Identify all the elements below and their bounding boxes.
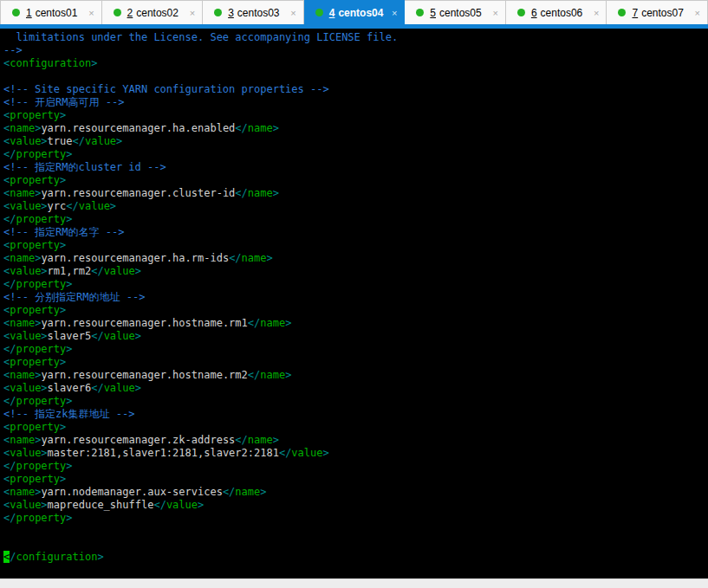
syntax-segment: </ [248, 317, 260, 329]
syntax-segment: > [60, 473, 66, 485]
syntax-segment: </ [279, 447, 291, 459]
syntax-segment: property [16, 213, 66, 225]
syntax-segment: name [248, 187, 273, 199]
horizontal-scrollbar[interactable] [0, 578, 708, 588]
tab-centos07[interactable]: 7centos07× [607, 0, 708, 24]
syntax-segment: <!-- 分别指定RM的地址 --> [3, 291, 145, 303]
tab-number: 6 [531, 7, 537, 19]
syntax-segment: <!-- Site specific YARN configuration pr… [3, 83, 329, 95]
terminal-line: <!-- 指定RM的名字 --> [3, 226, 708, 239]
syntax-segment: name [10, 369, 35, 381]
syntax-segment: property [16, 343, 66, 355]
terminal-line: <configuration> [3, 57, 708, 70]
syntax-segment: yrc [48, 200, 67, 212]
syntax-segment: yarn.resourcemanager.zk-address [41, 434, 235, 446]
syntax-segment: </ [229, 252, 241, 264]
syntax-segment: > [60, 174, 66, 186]
session-tab-bar: 1centos01×2centos02×3centos03×4centos04×… [0, 0, 708, 24]
session-connected-icon [618, 9, 626, 16]
tab-close-icon[interactable]: × [290, 8, 296, 18]
tab-close-icon[interactable]: × [695, 8, 700, 18]
syntax-segment: </ [153, 499, 166, 511]
syntax-segment: yarn.nodemanager.aux-services [41, 486, 223, 498]
syntax-segment: value [10, 265, 41, 277]
tab-centos04[interactable]: 4centos04× [304, 0, 406, 24]
terminal-screen[interactable]: limitations under the License. See accom… [0, 29, 708, 578]
syntax-segment: </ [235, 122, 247, 134]
syntax-segment: value [85, 135, 116, 147]
syntax-segment: property [10, 239, 60, 251]
terminal-line: <!-- Site specific YARN configuration pr… [3, 83, 708, 96]
terminal-line: <name>yarn.resourcemanager.cluster-id</n… [3, 187, 708, 200]
syntax-segment: yarn.resourcemanager.hostname.rm1 [41, 317, 247, 329]
syntax-segment: > [66, 512, 72, 524]
tab-number: 2 [127, 7, 133, 19]
terminal-line [3, 538, 708, 551]
tab-centos01[interactable]: 1centos01× [0, 0, 102, 24]
tab-centos02[interactable]: 2centos02× [102, 0, 204, 24]
terminal-line: </property> [3, 460, 708, 473]
terminal-line: <property> [3, 304, 708, 317]
tab-close-icon[interactable]: × [492, 8, 497, 18]
syntax-segment: > [285, 369, 291, 381]
syntax-segment: > [97, 551, 103, 563]
terminal-line: <name>yarn.resourcemanager.hostname.rm1<… [3, 317, 708, 330]
syntax-segment: value [10, 382, 41, 394]
syntax-segment: > [110, 200, 116, 212]
syntax-segment: property [16, 460, 66, 472]
terminal-window: 1centos01×2centos02×3centos03×4centos04×… [0, 0, 708, 588]
syntax-segment: </ [3, 460, 16, 472]
tab-close-icon[interactable]: × [392, 8, 397, 18]
terminal-line: <property> [3, 239, 708, 252]
terminal-line: <value>true</value> [3, 135, 708, 148]
syntax-segment: name [248, 122, 273, 134]
syntax-segment: > [135, 265, 141, 277]
syntax-segment: name [10, 187, 35, 199]
syntax-segment: slaver6 [48, 382, 92, 394]
terminal-line: <name>yarn.resourcemanager.ha.enabled</n… [3, 122, 708, 135]
syntax-segment: > [198, 499, 204, 511]
syntax-segment: property [16, 395, 66, 407]
syntax-segment: property [16, 148, 66, 160]
tab-close-icon[interactable]: × [594, 8, 599, 18]
syntax-segment: value [291, 447, 322, 459]
syntax-segment: </ [73, 135, 85, 147]
syntax-segment: name [248, 434, 273, 446]
syntax-segment: property [16, 278, 66, 290]
terminal-line: <value>rm1,rm2</value> [3, 265, 708, 278]
tab-close-icon[interactable]: × [88, 8, 94, 18]
terminal-line: </property> [3, 213, 708, 226]
terminal-line: </property> [3, 278, 708, 291]
tab-number: 1 [26, 7, 32, 19]
syntax-segment: value [10, 330, 41, 342]
tab-label: centos06 [541, 7, 583, 19]
syntax-segment: <!-- 指定RM的cluster id --> [3, 161, 166, 173]
terminal-line [3, 525, 708, 538]
tab-number: 4 [329, 7, 335, 19]
syntax-segment: > [135, 382, 141, 394]
syntax-segment: > [60, 356, 66, 368]
syntax-segment: > [273, 434, 279, 446]
terminal-line: <value>slaver6</value> [3, 382, 708, 395]
syntax-segment: > [66, 213, 72, 225]
syntax-segment: > [66, 148, 72, 160]
syntax-segment: value [104, 382, 135, 394]
terminal-line: <!-- 开启RM高可用 --> [3, 96, 708, 109]
syntax-segment: > [66, 460, 72, 472]
tab-close-icon[interactable]: × [190, 8, 195, 18]
syntax-segment: property [10, 304, 60, 316]
tab-centos03[interactable]: 3centos03× [203, 0, 304, 24]
syntax-segment: name [10, 317, 35, 329]
session-connected-icon [517, 9, 525, 16]
syntax-segment: </ [248, 369, 260, 381]
syntax-segment: --> [3, 44, 23, 56]
syntax-segment: property [10, 421, 60, 433]
tab-centos05[interactable]: 5centos05× [405, 0, 506, 24]
tab-centos06[interactable]: 6centos06× [506, 0, 607, 24]
terminal-line: </property> [3, 343, 708, 356]
syntax-segment: > [91, 57, 97, 69]
syntax-segment: > [135, 330, 141, 342]
tab-label: centos01 [36, 7, 78, 19]
terminal-line: <name>yarn.resourcemanager.hostname.rm2<… [3, 369, 708, 382]
syntax-segment: name [260, 317, 285, 329]
